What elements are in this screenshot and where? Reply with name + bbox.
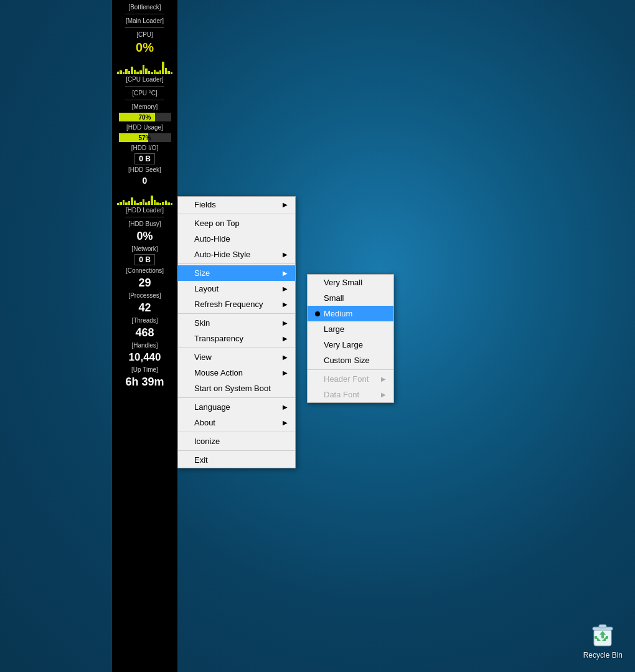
hdd-usage-label: [HDD Usage] [112, 123, 177, 132]
separator6 [178, 432, 295, 432]
svg-rect-2 [599, 625, 606, 628]
layout-arrow: ▶ [283, 285, 288, 292]
view-arrow: ▶ [283, 354, 288, 361]
divider1 [125, 14, 164, 14]
size-separator [308, 369, 393, 370]
main-loader-label: [Main Loader] [112, 16, 177, 26]
menu-item-size[interactable]: Size ▶ [178, 265, 295, 281]
about-arrow: ▶ [283, 419, 288, 426]
cpu-chart [117, 57, 172, 74]
cpu-loader-label: [CPU Loader] [112, 75, 177, 84]
size-item-very-large[interactable]: Very Large [308, 337, 393, 353]
separator4 [178, 348, 295, 348]
network-label: [Network] [112, 244, 177, 253]
hdd-busy-label: [HDD Busy] [112, 219, 177, 229]
size-submenu: Very Small Small Medium Large Very Large… [307, 274, 394, 403]
size-item-header-font: Header Font ▶ [308, 371, 393, 387]
menu-item-refresh-frequency[interactable]: Refresh Frequency ▶ [178, 296, 295, 312]
skin-arrow: ▶ [283, 319, 288, 326]
hdd-io-label: [HDD I/O] [112, 143, 177, 153]
bottleneck-label: [Bottleneck] [112, 2, 177, 12]
menu-item-transparency[interactable]: Transparency ▶ [178, 331, 295, 346]
divider4 [125, 100, 164, 100]
divider3 [125, 86, 164, 87]
main-context-menu: Fields ▶ Keep on Top Auto-Hide Auto-Hide… [177, 196, 296, 468]
separator7 [178, 450, 295, 451]
hdd-seek-chart [117, 187, 172, 205]
size-item-very-small[interactable]: Very Small [308, 275, 393, 290]
hdd-usage-bar: 57% [119, 133, 171, 142]
auto-hide-style-arrow: ▶ [283, 251, 288, 258]
recycle-bin[interactable]: Recycle Bin [583, 618, 623, 660]
menu-item-keep-on-top[interactable]: Keep on Top [178, 215, 295, 231]
cpu-label: [CPU] [112, 30, 177, 39]
menu-item-auto-hide-style[interactable]: Auto-Hide Style ▶ [178, 247, 295, 262]
hdd-busy-value: 0% [112, 229, 177, 244]
size-item-small[interactable]: Small [308, 290, 393, 306]
size-item-large[interactable]: Large [308, 321, 393, 337]
size-arrow: ▶ [283, 270, 288, 277]
menu-item-start-on-boot[interactable]: Start on System Boot [178, 381, 295, 396]
network-value: 0 B [134, 254, 155, 265]
cpu-value: 0% [112, 39, 177, 56]
size-item-medium[interactable]: Medium [308, 306, 393, 321]
refresh-arrow: ▶ [283, 301, 288, 308]
uptime-label: [Up Time] [112, 365, 177, 374]
transparency-arrow: ▶ [283, 335, 288, 342]
menu-item-about[interactable]: About ▶ [178, 415, 295, 430]
menu-item-exit[interactable]: Exit [178, 452, 295, 468]
menu-item-layout[interactable]: Layout ▶ [178, 281, 295, 296]
fields-arrow: ▶ [283, 201, 288, 208]
data-font-arrow: ▶ [381, 391, 386, 398]
separator3 [178, 313, 295, 314]
language-arrow: ▶ [283, 404, 288, 410]
menu-item-auto-hide[interactable]: Auto-Hide [178, 231, 295, 247]
divider2 [125, 27, 164, 28]
menu-item-view[interactable]: View ▶ [178, 349, 295, 365]
connections-label: [Connections] [112, 266, 177, 275]
divider5 [125, 217, 164, 217]
hdd-seek-label: [HDD Seek] [112, 165, 177, 174]
connections-value: 29 [112, 275, 177, 291]
uptime-value: 6h 39m [112, 374, 177, 390]
handles-label: [Handles] [112, 341, 177, 350]
hdd-io-value: 0 B [134, 153, 155, 164]
separator2 [178, 263, 295, 264]
recycle-bin-icon [588, 618, 618, 648]
medium-selected-dot [315, 311, 320, 316]
memory-bar: 70% [119, 113, 171, 121]
cpu-temp-label: [CPU °C] [112, 88, 177, 98]
menu-item-skin[interactable]: Skin ▶ [178, 315, 295, 331]
handles-value: 10,440 [112, 350, 177, 365]
processes-value: 42 [112, 300, 177, 316]
size-item-custom[interactable]: Custom Size [308, 353, 393, 368]
size-item-data-font: Data Font ▶ [308, 387, 393, 402]
processes-label: [Processes] [112, 291, 177, 300]
memory-label: [Memory] [112, 102, 177, 111]
menu-item-mouse-action[interactable]: Mouse Action ▶ [178, 365, 295, 381]
header-font-arrow: ▶ [381, 376, 386, 382]
menu-item-fields[interactable]: Fields ▶ [178, 197, 295, 212]
separator5 [178, 397, 295, 398]
hdd-loader-label: [HDD Loader] [112, 206, 177, 215]
separator1 [178, 214, 295, 214]
hdd-seek-value: 0 [112, 174, 177, 187]
menu-item-language[interactable]: Language ▶ [178, 399, 295, 415]
threads-label: [Threads] [112, 316, 177, 325]
sidebar-widget: [Bottleneck] [Main Loader] [CPU] 0% [CPU… [112, 0, 177, 672]
mouse-action-arrow: ▶ [283, 369, 288, 376]
menu-item-iconize[interactable]: Iconize [178, 433, 295, 449]
threads-value: 468 [112, 325, 177, 341]
recycle-bin-label: Recycle Bin [583, 651, 623, 660]
